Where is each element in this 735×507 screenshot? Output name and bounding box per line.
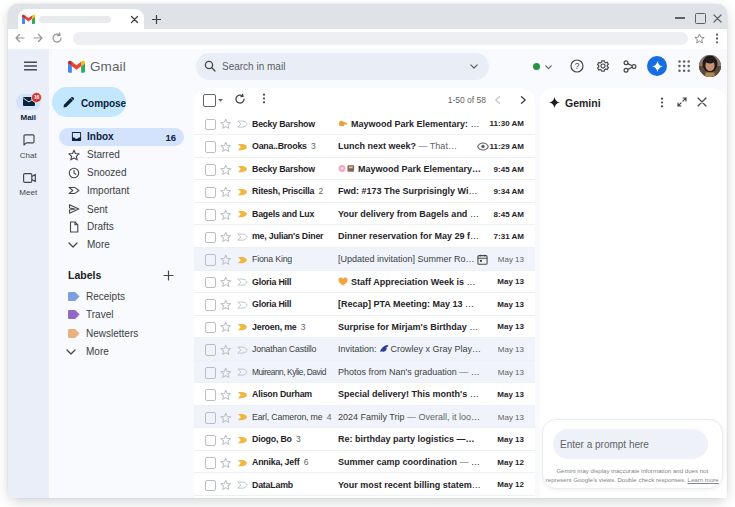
svg-text:?: ? — [575, 61, 580, 71]
